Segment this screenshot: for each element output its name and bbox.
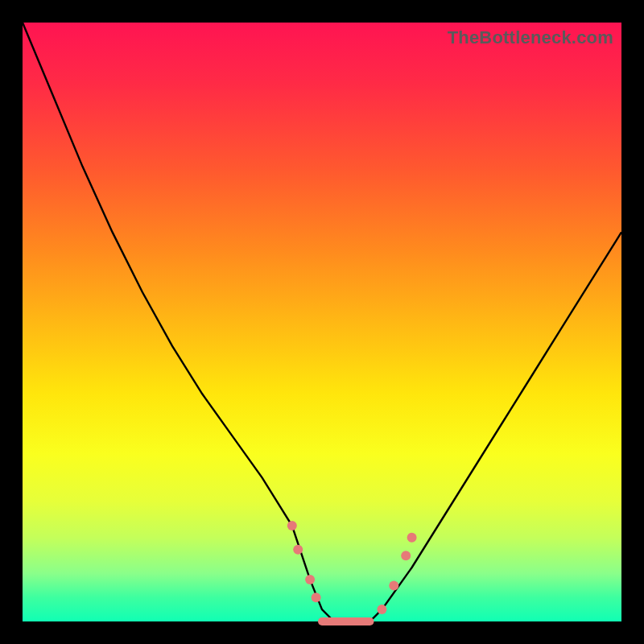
bead-dot (312, 592, 321, 602)
bead-dot (305, 575, 315, 584)
curve-right-branch (334, 232, 621, 621)
curve-left-branch (23, 23, 334, 621)
bead-dot (287, 521, 297, 530)
bead-dot (377, 605, 386, 614)
chart-frame: TheBottleneck.com (0, 0, 644, 644)
bead-dot (407, 533, 417, 543)
bead-dot (293, 545, 303, 555)
bead-dot (401, 551, 411, 560)
bead-dot (389, 580, 398, 590)
chart-plot-area: TheBottleneck.com (23, 23, 621, 621)
chart-svg (23, 23, 621, 621)
